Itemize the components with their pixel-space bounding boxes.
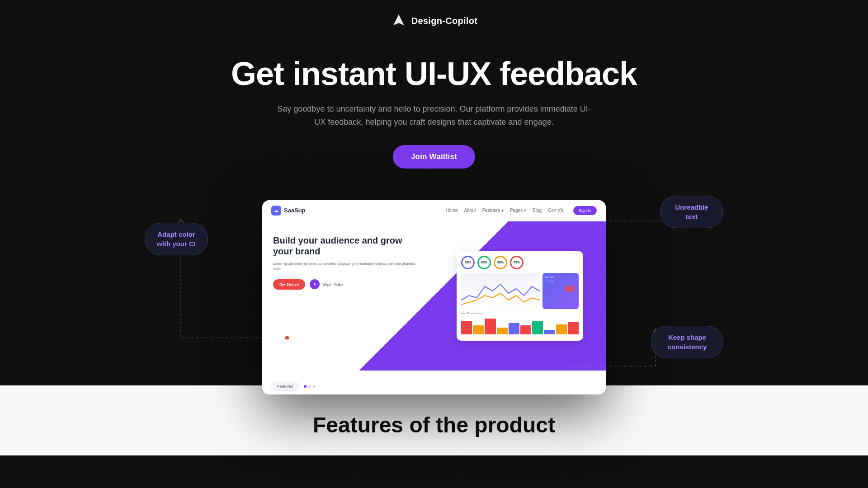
dot-1 (304, 385, 307, 388)
mockup-hero-right: 36% 65% 98% 75% (434, 221, 606, 371)
mockup-hero-left: Build your audience and grow your brand … (262, 221, 434, 371)
dashboard-card: 36% 65% 98% 75% (457, 251, 583, 341)
annotation-right-bottom-bubble: Keep shape consistency (651, 326, 723, 358)
stat-circle-4: 75% (510, 256, 524, 269)
stat-circle-2: 65% (477, 256, 491, 269)
mockup-logo: ☁ SaaSup (271, 206, 306, 216)
mockup-logo-text: SaaSup (284, 207, 306, 214)
hero-section: Get instant UI-UX feedback Say goodbye t… (0, 38, 868, 182)
features-pill: Features (271, 382, 299, 391)
nav-link-features: Features ▾ (482, 208, 504, 213)
line-chart (461, 273, 540, 309)
logo-container: Design-Copilot (391, 13, 477, 29)
mockup-nav: ☁ SaaSup Home About Features ▾ Pages ▾ B… (262, 200, 606, 221)
preview-section: Adapt color with your CI Unreadble text … (118, 182, 750, 394)
svg-marker-0 (393, 14, 404, 25)
header: Design-Copilot (0, 0, 868, 38)
transactions-label: Last Transactions (461, 312, 579, 314)
nav-link-about: About (464, 208, 476, 213)
mockup-hero: Build your audience and grow your brand … (262, 221, 606, 371)
bottom-section-title: Features of the product (0, 413, 868, 437)
bottom-section: Features of the product (0, 385, 868, 455)
join-waitlist-button[interactable]: Join Waitlist (393, 145, 475, 169)
mockup-nav-links: Home About Features ▾ Pages ▾ Blog Cart … (446, 206, 597, 215)
hero-title: Get instant UI-UX feedback (9, 56, 859, 92)
logo-icon (391, 13, 407, 29)
svg-marker-7 (314, 283, 316, 286)
mockup-hero-subtitle: Lorem ipsum dolor sit amet consectetur a… (273, 261, 423, 272)
logo-text: Design-Copilot (411, 16, 477, 26)
mockup-hero-title: Build your audience and grow your brand (273, 235, 423, 257)
mockup-logo-icon: ☁ (271, 206, 281, 216)
stat-circle-1: 36% (461, 256, 475, 269)
stat-circle-3: 98% (494, 256, 507, 269)
annotation-left-bubble: Adapt color with your CI (145, 223, 208, 255)
dot-3 (313, 385, 316, 388)
mockup-get-started: Get Started (273, 279, 305, 290)
play-button-icon (310, 279, 320, 289)
nav-link-blog: Blog (533, 208, 542, 213)
bar-chart (461, 316, 579, 334)
mockup-watch-video: Watch Video (310, 279, 343, 289)
bank-card: My Card **** 4521 (542, 273, 579, 309)
mockup-signin-btn: Sign In (573, 206, 597, 215)
nav-link-home: Home (446, 208, 458, 213)
nav-link-pages: Pages ▾ (510, 208, 526, 213)
mockup-hero-buttons: Get Started Watch Video (273, 279, 423, 290)
annotation-right-top-bubble: Unreadble text (660, 196, 723, 228)
stats-row: 36% 65% 98% 75% (461, 256, 579, 269)
bottom-dots (304, 385, 316, 388)
mockup-bottom-bar: Features (262, 378, 606, 394)
dot-2 (308, 385, 311, 388)
nav-link-cart: Cart (0) (548, 208, 563, 213)
browser-mockup: ☁ SaaSup Home About Features ▾ Pages ▾ B… (262, 200, 606, 394)
hero-subtitle: Say goodbye to uncertainty and hello to … (276, 103, 592, 129)
